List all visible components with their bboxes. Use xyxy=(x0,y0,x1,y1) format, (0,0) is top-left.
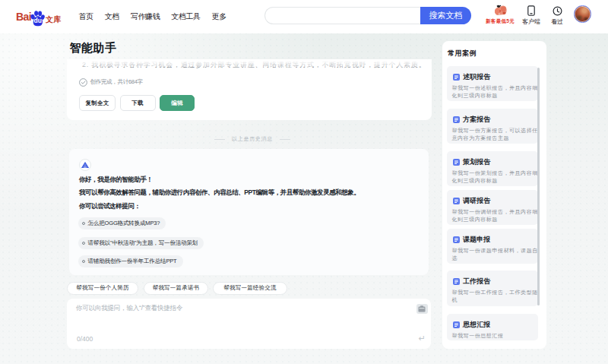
svg-text:du: du xyxy=(34,17,42,24)
